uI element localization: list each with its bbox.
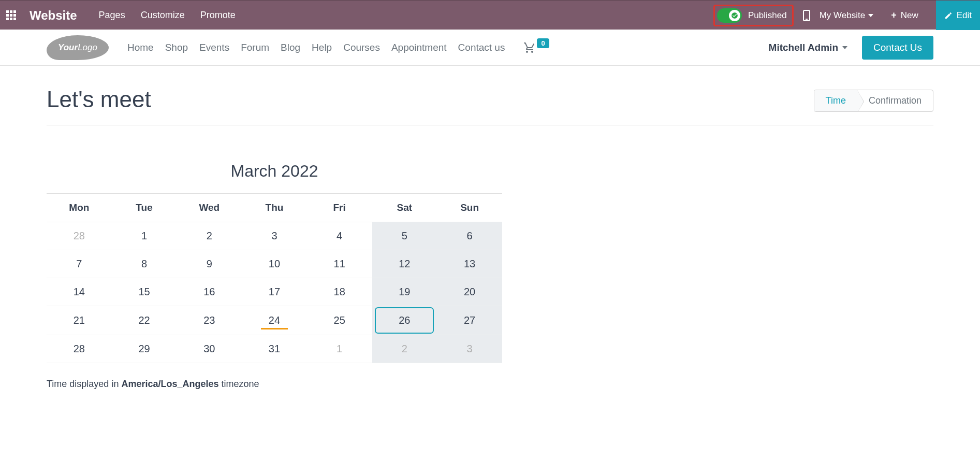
calendar: March 2022 Mon Tue Wed Thu Fri Sat Sun 2… bbox=[47, 162, 502, 363]
published-toggle[interactable] bbox=[717, 8, 742, 23]
weekday-fri: Fri bbox=[307, 194, 372, 222]
calendar-weekday-row: Mon Tue Wed Thu Fri Sat Sun bbox=[47, 194, 502, 222]
caret-down-icon bbox=[842, 46, 847, 49]
nav-events[interactable]: Events bbox=[199, 42, 229, 53]
calendar-day[interactable]: 3 bbox=[437, 335, 502, 363]
calendar-row: 14151617181920 bbox=[47, 278, 502, 306]
weekday-mon: Mon bbox=[47, 194, 112, 222]
topbar-right: Published My Website + New Edit bbox=[713, 1, 974, 30]
calendar-day[interactable]: 7 bbox=[47, 250, 112, 278]
header-right: Mitchell Admin Contact Us bbox=[769, 36, 933, 60]
topbar-nav-customize[interactable]: Customize bbox=[141, 10, 185, 21]
edit-label: Edit bbox=[957, 10, 972, 21]
calendar-row: 21222324252627 bbox=[47, 306, 502, 335]
calendar-day[interactable]: 11 bbox=[307, 250, 372, 278]
calendar-day[interactable]: 1 bbox=[112, 222, 177, 250]
nav-home[interactable]: Home bbox=[127, 42, 154, 53]
contact-us-button[interactable]: Contact Us bbox=[862, 36, 933, 60]
nav-blog[interactable]: Blog bbox=[281, 42, 300, 53]
calendar-day[interactable]: 10 bbox=[242, 250, 307, 278]
page-title: Let's meet bbox=[47, 87, 151, 112]
calendar-day[interactable]: 19 bbox=[372, 278, 437, 306]
weekday-sun: Sun bbox=[437, 194, 502, 222]
calendar-day[interactable]: 3 bbox=[242, 222, 307, 250]
nav-courses[interactable]: Courses bbox=[343, 42, 380, 53]
topbar-nav-pages[interactable]: Pages bbox=[99, 10, 125, 21]
logo-your: Your bbox=[58, 42, 78, 53]
published-label: Published bbox=[748, 10, 787, 21]
calendar-day[interactable]: 22 bbox=[112, 306, 177, 335]
calendar-day[interactable]: 29 bbox=[112, 335, 177, 363]
site-header: YourLogo Home Shop Events Forum Blog Hel… bbox=[0, 30, 980, 66]
logo-logo: Logo bbox=[78, 42, 97, 53]
calendar-day[interactable]: 27 bbox=[437, 306, 502, 335]
calendar-day[interactable]: 23 bbox=[177, 306, 242, 335]
site-logo[interactable]: YourLogo bbox=[47, 35, 109, 60]
step-time[interactable]: Time bbox=[814, 90, 857, 111]
cart-button[interactable]: 0 bbox=[523, 41, 549, 54]
calendar-row: 78910111213 bbox=[47, 250, 502, 278]
calendar-day[interactable]: 30 bbox=[177, 335, 242, 363]
weekday-wed: Wed bbox=[177, 194, 242, 222]
calendar-day[interactable]: 21 bbox=[47, 306, 112, 335]
calendar-day[interactable]: 25 bbox=[307, 306, 372, 335]
user-name: Mitchell Admin bbox=[769, 42, 838, 53]
calendar-month-title: March 2022 bbox=[47, 162, 502, 194]
calendar-day[interactable]: 16 bbox=[177, 278, 242, 306]
brand-website[interactable]: Website bbox=[30, 8, 77, 23]
calendar-body: 2812345678910111213141516171819202122232… bbox=[47, 222, 502, 363]
tz-suffix: timezone bbox=[218, 379, 259, 389]
edit-button[interactable]: Edit bbox=[936, 1, 980, 30]
calendar-day[interactable]: 31 bbox=[242, 335, 307, 363]
calendar-day[interactable]: 14 bbox=[47, 278, 112, 306]
calendar-day[interactable]: 2 bbox=[177, 222, 242, 250]
nav-help[interactable]: Help bbox=[312, 42, 332, 53]
weekday-tue: Tue bbox=[112, 194, 177, 222]
pencil-icon bbox=[944, 11, 953, 20]
timezone-text: Time displayed in America/Los_Angeles ti… bbox=[47, 379, 933, 390]
calendar-day[interactable]: 28 bbox=[47, 222, 112, 250]
calendar-day[interactable]: 12 bbox=[372, 250, 437, 278]
calendar-day[interactable]: 4 bbox=[307, 222, 372, 250]
website-selector-label: My Website bbox=[820, 10, 866, 21]
calendar-day[interactable]: 28 bbox=[47, 335, 112, 363]
page-header: Let's meet Time Confirmation bbox=[47, 87, 933, 125]
calendar-day[interactable]: 8 bbox=[112, 250, 177, 278]
check-icon bbox=[729, 10, 740, 21]
calendar-table: Mon Tue Wed Thu Fri Sat Sun 281234567891… bbox=[47, 194, 502, 363]
calendar-day[interactable]: 1 bbox=[307, 335, 372, 363]
calendar-day[interactable]: 9 bbox=[177, 250, 242, 278]
weekday-sat: Sat bbox=[372, 194, 437, 222]
calendar-day[interactable]: 20 bbox=[437, 278, 502, 306]
topbar-nav: Pages Customize Promote bbox=[99, 10, 236, 21]
topbar-left: Website Pages Customize Promote bbox=[6, 8, 236, 23]
wizard-steps: Time Confirmation bbox=[814, 90, 933, 112]
site-nav: Home Shop Events Forum Blog Help Courses… bbox=[127, 42, 505, 53]
nav-appointment[interactable]: Appointment bbox=[391, 42, 447, 53]
website-selector[interactable]: My Website bbox=[820, 10, 874, 21]
step-confirmation[interactable]: Confirmation bbox=[857, 90, 933, 111]
new-button[interactable]: + New bbox=[883, 1, 927, 30]
nav-shop[interactable]: Shop bbox=[165, 42, 188, 53]
nav-contact-us[interactable]: Contact us bbox=[458, 42, 505, 53]
cart-icon bbox=[523, 41, 536, 54]
topbar-nav-promote[interactable]: Promote bbox=[200, 10, 236, 21]
tz-name: America/Los_Angeles bbox=[121, 379, 218, 389]
calendar-day[interactable]: 5 bbox=[372, 222, 437, 250]
calendar-day[interactable]: 24 bbox=[242, 306, 307, 335]
calendar-day[interactable]: 15 bbox=[112, 278, 177, 306]
website-editor-topbar: Website Pages Customize Promote Publishe… bbox=[0, 0, 980, 30]
calendar-day[interactable]: 18 bbox=[307, 278, 372, 306]
weekday-thu: Thu bbox=[242, 194, 307, 222]
user-menu[interactable]: Mitchell Admin bbox=[769, 42, 847, 53]
mobile-preview-icon[interactable] bbox=[803, 10, 810, 21]
plus-icon: + bbox=[891, 10, 897, 21]
calendar-day[interactable]: 2 bbox=[372, 335, 437, 363]
calendar-day[interactable]: 26 bbox=[372, 306, 437, 335]
cart-count-badge: 0 bbox=[537, 38, 549, 48]
calendar-day[interactable]: 6 bbox=[437, 222, 502, 250]
nav-forum[interactable]: Forum bbox=[241, 42, 269, 53]
apps-icon[interactable] bbox=[6, 10, 16, 20]
calendar-day[interactable]: 17 bbox=[242, 278, 307, 306]
calendar-day[interactable]: 13 bbox=[437, 250, 502, 278]
